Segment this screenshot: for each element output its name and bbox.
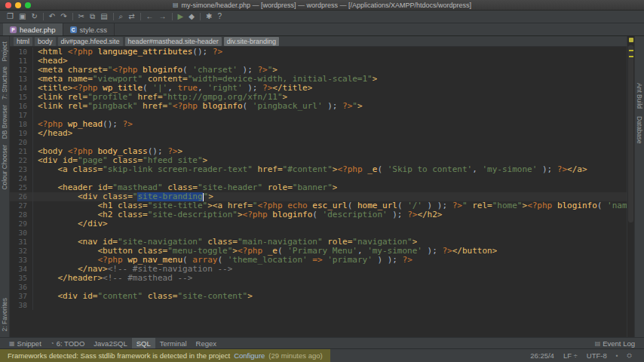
breadcrumb-item[interactable]: div#page.hfeed.site — [58, 37, 123, 46]
toolwindow-button-Regex[interactable]: Regex — [192, 338, 221, 348]
code-token: wp_title — [103, 84, 143, 93]
code-line[interactable]: 20 — [10, 138, 627, 147]
configure-link[interactable]: Configure — [234, 351, 265, 360]
code-line[interactable]: 18<?php wp_head(); ?> — [10, 120, 627, 129]
code-line[interactable]: 26 <div class="site-branding"> — [10, 192, 627, 201]
tab-header-php[interactable]: Pheader.php — [3, 23, 63, 35]
code-editor[interactable]: 10<html <?php language_attributes(); ?>1… — [10, 47, 627, 337]
code-token: "hfeed site" — [143, 156, 202, 165]
code-line[interactable]: 27 <h1 class="site-title"><a href="<?php… — [10, 201, 627, 210]
code-line[interactable]: 36 — [10, 283, 627, 292]
code-token: 'my-simone' — [367, 247, 422, 256]
code-line[interactable]: 30 — [10, 229, 627, 238]
find-icon[interactable]: ⌕ — [119, 13, 124, 20]
window-controls — [0, 2, 31, 8]
code-token: > — [283, 93, 288, 102]
line-separator[interactable]: LF ÷ — [563, 351, 578, 360]
code-text: <meta name="viewport" content="width=dev… — [32, 75, 377, 84]
toolwindow-button-2-Favorites[interactable]: 2: Favorites — [1, 298, 8, 331]
toolwindow-button-SQL[interactable]: SQL — [132, 338, 155, 348]
code-text: </head> — [32, 129, 72, 138]
tab-style-css[interactable]: Cstyle.css — [63, 23, 115, 35]
code-line[interactable]: 24 — [10, 174, 627, 183]
zoom-window-button[interactable] — [25, 2, 31, 8]
replace-icon[interactable]: ⇄ — [128, 13, 134, 20]
toolwindow-button-Ant-Build[interactable]: Ant Build — [636, 83, 643, 109]
inspection-indicator-icon[interactable] — [629, 38, 633, 42]
code-line[interactable]: 33 <?php wp_nav_menu( array( 'theme_loca… — [10, 256, 627, 265]
code-token: > — [412, 238, 418, 247]
code-line[interactable]: 31 <nav id="site-navigation" class="main… — [10, 238, 627, 247]
line-number: 22 — [10, 156, 32, 165]
code-line[interactable]: 19</head> — [10, 129, 627, 138]
lock-icon[interactable]: ▪ — [616, 352, 618, 359]
code-line[interactable]: 17 — [10, 111, 627, 120]
code-token: <?php — [112, 66, 143, 75]
scrollbar-thumb[interactable] — [628, 45, 633, 222]
undo-icon[interactable]: ↶ — [49, 13, 55, 20]
code-token: "#content" — [283, 165, 333, 174]
code-line[interactable]: 22<div id="page" class="hfeed site"> — [10, 156, 627, 165]
code-line[interactable]: 35 </header><!-- #masthead --> — [10, 274, 627, 283]
code-line[interactable]: 32 <button class="menu-toggle"><?php _e(… — [10, 247, 627, 256]
breadcrumb-item[interactable]: div.site-branding — [224, 37, 279, 46]
back-icon[interactable]: ← — [146, 13, 154, 20]
php-file-icon: ▤ — [173, 2, 179, 8]
code-line[interactable]: 11<head> — [10, 57, 627, 66]
code-line[interactable]: 29 </div> — [10, 219, 627, 229]
debug-icon[interactable]: ◆ — [189, 13, 195, 20]
code-line[interactable]: 37 <div id="content" class="site-content… — [10, 292, 627, 301]
breadcrumb-item[interactable]: html — [14, 37, 32, 46]
code-token: class= — [108, 156, 143, 165]
code-token: wp_head — [68, 120, 103, 129]
toolwindow-button-Database[interactable]: Database — [636, 116, 643, 143]
code-token: </div> — [38, 219, 108, 229]
forward-icon[interactable]: → — [159, 13, 167, 20]
toolwindow-button-6-TODO[interactable]: ◔6: TODO — [46, 338, 90, 348]
paste-icon[interactable]: ▤ — [100, 13, 107, 20]
open-icon[interactable]: ❐ — [7, 13, 14, 20]
code-text: <html <?php language_attributes(); ?> — [32, 48, 222, 57]
redo-icon[interactable]: ↷ — [60, 13, 66, 20]
code-line[interactable]: 13<meta name="viewport" content="width=d… — [10, 75, 627, 84]
code-token: href= — [133, 93, 163, 102]
run-icon[interactable]: ▶ — [178, 13, 184, 20]
code-line[interactable]: 28 <h2 class="site-description"><?php bl… — [10, 210, 627, 219]
error-stripe[interactable] — [627, 36, 634, 337]
toolwindow-button-7-Structure[interactable]: 7: Structure — [1, 66, 8, 100]
code-line[interactable]: 14<title><?php wp_title( '|', true, 'rig… — [10, 84, 627, 93]
file-encoding[interactable]: UTF-8 — [587, 351, 607, 360]
save-all-icon[interactable]: ▣ — [19, 13, 26, 20]
toolwindow-button-Event-Log[interactable]: ▤Event Log — [590, 339, 639, 348]
code-line[interactable]: 16<link rel="pingback" href="<?php blogi… — [10, 102, 627, 111]
sync-icon[interactable]: ↻ — [31, 13, 37, 20]
settings-icon[interactable]: ✱ — [206, 13, 212, 20]
toolwindow-button-Project[interactable]: Project — [1, 41, 8, 61]
breadcrumb-item[interactable]: header#masthead.site-header — [125, 37, 222, 46]
code-line[interactable]: 34 </nav><!-- #site-navigation --> — [10, 265, 627, 274]
toolwindow-button-Terminal[interactable]: Terminal — [155, 338, 192, 348]
code-line[interactable]: 12<meta charset="<?php bloginfo( 'charse… — [10, 66, 627, 75]
warning-mark[interactable] — [629, 50, 633, 51]
minimize-window-button[interactable] — [15, 2, 21, 8]
toolwindow-button-Colour-Chooser[interactable]: Colour Chooser — [1, 145, 8, 190]
breadcrumb-item[interactable]: body — [35, 37, 56, 46]
code-line[interactable]: 23 <a class="skip-link screen-reader-tex… — [10, 165, 627, 174]
code-token: ?> — [452, 201, 462, 210]
code-token: > — [238, 210, 243, 219]
code-line[interactable]: 21<body <?php body_class(); ?>> — [10, 147, 627, 156]
toolwindow-button-Snippet[interactable]: ▦Snippet — [5, 338, 46, 348]
toolwindow-button-Java2SQL[interactable]: Java2SQL — [89, 338, 131, 348]
toolwindow-button-DB-Browser[interactable]: DB Browser — [1, 105, 8, 139]
code-line[interactable]: 10<html <?php language_attributes(); ?> — [10, 48, 627, 57]
code-line[interactable]: 25 <header id="masthead" class="site-hea… — [10, 183, 627, 192]
copy-icon[interactable]: ⧉ — [90, 13, 95, 20]
code-line[interactable]: 15<link rel="profile" href="http://gmpg.… — [10, 93, 627, 102]
code-line[interactable]: 38 — [10, 301, 627, 310]
caret-position[interactable]: 26:25/4 — [530, 351, 554, 360]
help-icon[interactable]: ? — [217, 13, 222, 20]
warning-mark[interactable] — [629, 56, 633, 57]
close-window-button[interactable] — [5, 2, 11, 8]
cut-icon[interactable]: ✂ — [78, 13, 84, 20]
hector-icon[interactable]: ⛭ — [627, 352, 632, 360]
